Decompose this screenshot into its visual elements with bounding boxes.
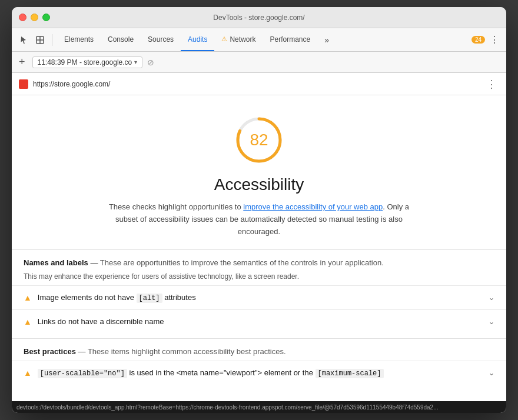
url-more-button[interactable]: ⋮ [484, 78, 499, 91]
no-throttling-icon: ⊘ [147, 58, 154, 67]
more-tabs-button[interactable]: » [320, 35, 334, 45]
status-bar: devtools://devtools/bundled/devtools_app… [12, 401, 506, 413]
tab-audits[interactable]: Audits [181, 28, 214, 51]
title-bar: DevTools - store.google.com/ [12, 7, 506, 28]
audit-text-discernible: Links do not have a discernible name [38, 317, 483, 326]
cursor-icon-button[interactable] [16, 33, 31, 47]
score-section: 82 Accessibility These checks highlight … [12, 95, 506, 249]
accessibility-link[interactable]: improve the accessibility of your web ap… [243, 202, 383, 211]
url-row: https://store.google.com/ ⋮ [12, 73, 506, 95]
code-alt: [alt] [137, 294, 162, 303]
close-button[interactable] [19, 14, 26, 21]
chevron-down-icon: ⌄ [489, 294, 494, 302]
tab-network[interactable]: ⚠ Network [214, 28, 263, 51]
tab-elements[interactable]: Elements [57, 28, 101, 51]
url-bar: + 11:48:39 PM - store.google.co ▾ ⊘ [12, 52, 506, 73]
current-url: https://store.google.com/ [33, 80, 479, 88]
warning-triangle-icon-2: ▲ [24, 317, 32, 326]
section-header-best-practices: Best practices — These items highlight c… [12, 338, 506, 361]
timestamp-dropdown-icon: ▾ [134, 59, 137, 65]
audit-item-discernible-name[interactable]: ▲ Links do not have a discernible name ⌄ [12, 309, 506, 334]
inspect-icon-button[interactable] [33, 33, 47, 47]
tab-performance[interactable]: Performance [263, 28, 317, 51]
nav-tabs: Elements Console Sources Audits ⚠ Networ… [57, 28, 317, 51]
tab-console[interactable]: Console [101, 28, 141, 51]
chevron-down-icon-2: ⌄ [489, 318, 494, 326]
main-content: 82 Accessibility These checks highlight … [12, 95, 506, 401]
section-header-names-labels: Names and labels — These are opportuniti… [12, 249, 506, 272]
timestamp-selector[interactable]: 11:48:39 PM - store.google.co ▾ [32, 56, 143, 68]
tab-sources[interactable]: Sources [141, 28, 181, 51]
menu-dots-icon: ⋮ [490, 34, 499, 45]
audit-text-user-scalable: [user-scalable="no"] is used in the <met… [38, 368, 483, 378]
code-maximum-scale: [maximum-scale] [316, 369, 384, 378]
maximize-button[interactable] [42, 14, 50, 21]
audit-item-alt-attributes[interactable]: ▲ Image elements do not have [alt] attri… [12, 285, 506, 309]
score-number: 82 [250, 131, 268, 149]
devtools-window: DevTools - store.google.com/ Elements Co… [12, 7, 506, 413]
add-tab-button[interactable]: + [16, 56, 28, 68]
section-subtext-names-labels: This may enhance the experience for user… [12, 272, 506, 285]
chevron-down-icon-3: ⌄ [489, 369, 494, 377]
toolbar: Elements Console Sources Audits ⚠ Networ… [12, 28, 506, 52]
status-text: devtools://devtools/bundled/devtools_app… [16, 404, 438, 411]
settings-menu-button[interactable]: ⋮ [487, 32, 502, 48]
favicon [19, 79, 28, 89]
warning-triangle-icon-3: ▲ [24, 368, 32, 378]
audit-item-user-scalable[interactable]: ▲ [user-scalable="no"] is used in the <m… [12, 361, 506, 385]
minimize-button[interactable] [31, 14, 38, 21]
score-circle: 82 [233, 114, 285, 166]
window-title: DevTools - store.google.com/ [213, 14, 304, 22]
warning-triangle-icon: ▲ [24, 293, 32, 302]
score-description: These checks highlight opportunities to … [106, 201, 412, 238]
network-warning-icon: ⚠ [221, 35, 227, 43]
warning-badge: 24 [471, 36, 485, 44]
score-title: Accessibility [214, 175, 304, 194]
traffic-lights [19, 14, 50, 21]
audit-text-alt: Image elements do not have [alt] attribu… [38, 293, 483, 302]
code-user-scalable: [user-scalable="no"] [38, 369, 127, 378]
